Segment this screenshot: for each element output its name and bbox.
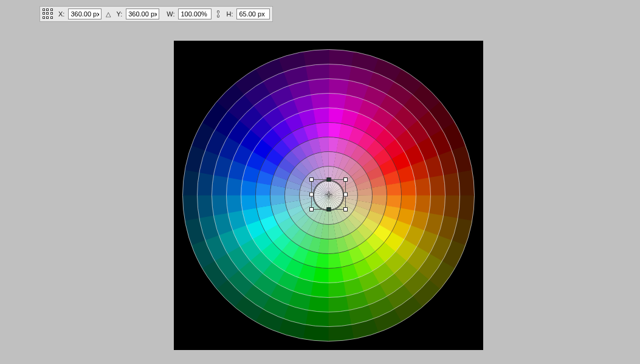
x-input[interactable] — [68, 9, 102, 19]
h-label: H: — [225, 10, 234, 18]
x-label: X: — [57, 10, 66, 18]
w-label: W: — [165, 10, 176, 18]
options-toolbar: X: △ Y: W: H: — [40, 6, 273, 22]
color-wheel — [174, 41, 483, 350]
triangle-icon[interactable]: △ — [104, 10, 112, 18]
link-icon[interactable] — [214, 10, 222, 18]
w-input[interactable] — [178, 9, 212, 19]
reference-point-icon[interactable] — [43, 9, 53, 19]
y-input[interactable] — [126, 9, 159, 19]
canvas[interactable] — [174, 41, 483, 350]
y-label: Y: — [115, 10, 123, 18]
h-input[interactable] — [236, 9, 270, 19]
